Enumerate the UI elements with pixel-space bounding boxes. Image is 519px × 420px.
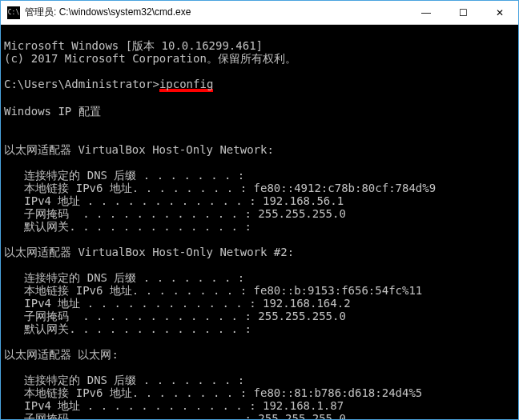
minimize-button[interactable]: — xyxy=(408,1,445,24)
ipv6-row: 本地链接 IPv6 地址. . . . . . . . : fe80::4912… xyxy=(4,182,436,194)
close-button[interactable]: ✕ xyxy=(481,1,518,24)
window-titlebar: C:\ 管理员: C:\windows\system32\cmd.exe — ☐… xyxy=(1,1,518,25)
window-controls: — ☐ ✕ xyxy=(408,1,518,24)
dns-suffix-row: 连接特定的 DNS 后缀 . . . . . . . : xyxy=(4,169,244,182)
maximize-button[interactable]: ☐ xyxy=(445,1,481,24)
gateway-row: 默认网关. . . . . . . . . . . . . : xyxy=(4,322,251,335)
ipv6-value: fe80::4912:c78b:80cf:784d%9 xyxy=(254,182,437,194)
ipv4-row: IPv4 地址 . . . . . . . . . . . . : 192.16… xyxy=(4,297,351,310)
dns-suffix-row: 连接特定的 DNS 后缀 . . . . . . . : xyxy=(4,374,244,386)
ipv6-row: 本地链接 IPv6 地址. . . . . . . . : fe80::81:b… xyxy=(4,386,422,399)
ipv6-value: fe80::81:b786:d618:24d4%5 xyxy=(254,386,423,399)
adapter-title: 以太网适配器 以太网: xyxy=(4,348,119,361)
mask-value: 255.255.255.0 xyxy=(258,207,346,220)
dns-suffix-row: 连接特定的 DNS 后缀 . . . . . . . : xyxy=(4,271,244,284)
mask-value: 255.255.255.0 xyxy=(258,310,346,322)
terminal-output[interactable]: Microsoft Windows [版本 10.0.16299.461] (c… xyxy=(1,25,518,419)
mask-value: 255.255.255.0 xyxy=(258,412,346,419)
mask-row: 子网掩码 . . . . . . . . . . . . : 255.255.2… xyxy=(4,412,346,419)
command-text: ipconfig xyxy=(159,79,213,92)
ipconfig-heading: Windows IP 配置 xyxy=(4,105,101,118)
adapter-title: 以太网适配器 VirtualBox Host-Only Network: xyxy=(4,143,274,156)
ipv6-value: fe80::b:9153:f656:54fc%11 xyxy=(254,284,423,297)
ipv4-row: IPv4 地址 . . . . . . . . . . . . : 192.16… xyxy=(4,194,344,207)
cmd-icon: C:\ xyxy=(7,6,20,19)
mask-row: 子网掩码 . . . . . . . . . . . . : 255.255.2… xyxy=(4,207,346,220)
window-title: 管理员: C:\windows\system32\cmd.exe xyxy=(25,6,408,19)
ipv4-value: 192.168.56.1 xyxy=(263,194,344,207)
ipv4-row: IPv4 地址 . . . . . . . . . . . . : 192.16… xyxy=(4,399,344,412)
prompt-line: C:\Users\Administrator>ipconfig xyxy=(4,78,213,90)
ipv4-value: 192.168.1.87 xyxy=(263,399,344,412)
gateway-row: 默认网关. . . . . . . . . . . . . : xyxy=(4,220,251,233)
mask-row: 子网掩码 . . . . . . . . . . . . : 255.255.2… xyxy=(4,310,346,322)
copyright-line: (c) 2017 Microsoft Corporation。保留所有权利。 xyxy=(4,52,296,65)
prompt-text: C:\Users\Administrator> xyxy=(4,78,159,90)
ipv4-value: 192.168.164.2 xyxy=(263,297,351,310)
adapter-title: 以太网适配器 VirtualBox Host-Only Network #2: xyxy=(4,246,294,258)
version-line: Microsoft Windows [版本 10.0.16299.461] xyxy=(4,39,263,52)
ipv6-row: 本地链接 IPv6 地址. . . . . . . . : fe80::b:91… xyxy=(4,284,422,297)
